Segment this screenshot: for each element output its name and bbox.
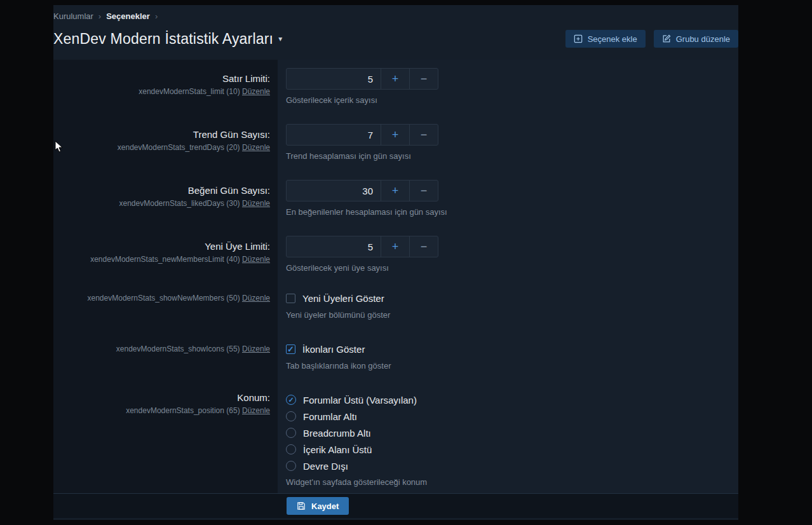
page-title: XenDev Modern İstatistik Ayarları ▾ [53,31,282,48]
option-id: xendevModernStats_showIcons (55) [116,344,240,353]
checkbox-label: İkonları Göster [302,344,365,355]
option-row-newmemberslimit: Yeni Üye Limiti: xendevModernStats_newMe… [53,228,738,283]
save-button[interactable]: Kaydet [287,497,349,515]
option-id: xendevModernStats_showNewMembers (50) [88,294,240,303]
option-row-limit: Satır Limiti: xendevModernStats_limit (1… [53,60,738,116]
option-meta: xendevModernStats_showIcons (55) Düzenle [60,344,270,353]
option-hint: Widget'ın sayfada gösterileceği konum [286,477,728,487]
increment-button[interactable]: + [381,236,409,257]
content-panel: Kurulumlar › Seçenekler › XenDev Modern … [53,5,738,520]
checkbox-option-showicons[interactable]: ✓ İkonları Göster [286,343,728,355]
radio-selected-icon: ✓ [286,395,296,405]
option-id: xendevModernStats_trendDays (20) [118,143,240,152]
option-id: xendevModernStats_position (65) [126,406,240,415]
option-meta: xendevModernStats_showNewMembers (50) Dü… [60,294,270,303]
chevron-down-icon[interactable]: ▾ [278,34,282,43]
option-hint: Gösterilecek içerik sayısı [286,95,728,105]
checkbox-checked-icon: ✓ [286,344,295,354]
option-meta: xendevModernStats_trendDays (20) Düzenle [60,143,270,152]
checkbox-unchecked-icon [286,294,295,303]
option-row-position: Konum: xendevModernStats_position (65) D… [53,385,738,493]
edit-group-button[interactable]: Grubu düzenle [654,30,738,48]
title-row: XenDev Modern İstatistik Ayarları ▾ Seçe… [53,27,738,51]
radio-option-forums-above[interactable]: ✓ Forumlar Üstü (Varsayılan) [286,392,728,408]
option-label: Beğeni Gün Sayısı: [60,185,270,196]
option-hint: Trend hesaplaması için gün sayısı [286,151,728,161]
number-stepper: + − [286,124,438,146]
increment-button[interactable]: + [381,69,409,89]
option-meta: xendevModernStats_position (65) Düzenle [60,406,270,415]
radio-icon [286,444,296,454]
option-meta: xendevModernStats_likedDays (30) Düzenle [60,199,270,208]
checkbox-option-shownewmembers[interactable]: Yeni Üyeleri Göster [286,292,728,304]
option-id: xendevModernStats_newMembersLimit (40) [90,255,240,264]
option-edit-link[interactable]: Düzenle [242,294,270,303]
increment-button[interactable]: + [381,125,409,145]
option-meta: xendevModernStats_limit (10) Düzenle [60,87,270,96]
add-option-button[interactable]: Seçenek ekle [565,30,646,48]
decrement-button[interactable]: − [409,236,438,257]
checkbox-label: Yeni Üyeleri Göster [302,293,384,304]
option-edit-link[interactable]: Düzenle [242,406,270,415]
radio-icon [286,411,296,421]
radio-option-breadcrumb-below[interactable]: Breadcrumb Altı [286,425,728,441]
option-row-trenddays: Trend Gün Sayısı: xendevModernStats_tren… [53,116,738,172]
option-hint: Tab başlıklarında ikon göster [286,361,728,371]
option-row-likeddays: Beğeni Gün Sayısı: xendevModernStats_lik… [53,172,738,228]
option-hint: Yeni üyeler bölümünü göster [286,310,728,320]
radio-icon [286,461,296,471]
breadcrumb-item-kurulumlar[interactable]: Kurulumlar [53,11,93,21]
breadcrumb-separator: › [155,11,158,21]
option-label: Trend Gün Sayısı: [60,129,270,140]
add-square-icon [574,34,583,43]
option-id: xendevModernStats_likedDays (30) [119,199,240,208]
page-title-text: XenDev Modern İstatistik Ayarları [53,31,273,48]
number-input[interactable] [287,181,381,201]
header-buttons: Seçenek ekle Grubu düzenle [565,30,738,48]
option-label: Konum: [60,392,270,403]
edit-pencil-icon [662,34,671,43]
number-input[interactable] [287,69,381,89]
radio-option-disabled[interactable]: Devre Dışı [286,458,728,474]
number-stepper: + − [286,180,438,201]
option-edit-link[interactable]: Düzenle [242,344,270,353]
decrement-button[interactable]: − [409,181,438,201]
breadcrumb-separator: › [98,11,101,21]
page: Kurulumlar › Seçenekler › XenDev Modern … [0,0,812,525]
number-stepper: + − [286,236,438,257]
option-label: Satır Limiti: [60,73,270,84]
decrement-button[interactable]: − [409,69,438,89]
option-row-shownewmembers: xendevModernStats_showNewMembers (50) Dü… [53,283,738,334]
radio-option-forums-below[interactable]: Forumlar Altı [286,408,728,425]
option-label: Yeni Üye Limiti: [60,241,270,252]
form-footer: Kaydet [53,493,738,518]
radio-option-content-above[interactable]: İçerik Alanı Üstü [286,441,728,458]
option-edit-link[interactable]: Düzenle [242,87,270,96]
option-row-showicons: xendevModernStats_showIcons (55) Düzenle… [53,334,738,385]
breadcrumb: Kurulumlar › Seçenekler › [53,5,738,24]
increment-button[interactable]: + [381,181,409,201]
options-form: Satır Limiti: xendevModernStats_limit (1… [53,60,738,518]
number-input[interactable] [287,236,381,257]
breadcrumb-item-secenekler[interactable]: Seçenekler [106,11,150,21]
option-edit-link[interactable]: Düzenle [242,255,270,264]
number-input[interactable] [287,125,381,145]
option-meta: xendevModernStats_newMembersLimit (40) D… [60,255,270,264]
option-hint: En beğenilenler hesaplaması için gün say… [286,207,728,217]
option-hint: Gösterilecek yeni üye sayısı [286,263,728,273]
save-floppy-icon [297,501,306,510]
decrement-button[interactable]: − [409,125,438,145]
option-id: xendevModernStats_limit (10) [139,87,240,96]
number-stepper: + − [286,68,438,90]
radio-icon [286,428,296,438]
option-edit-link[interactable]: Düzenle [242,143,270,152]
option-edit-link[interactable]: Düzenle [242,199,270,208]
